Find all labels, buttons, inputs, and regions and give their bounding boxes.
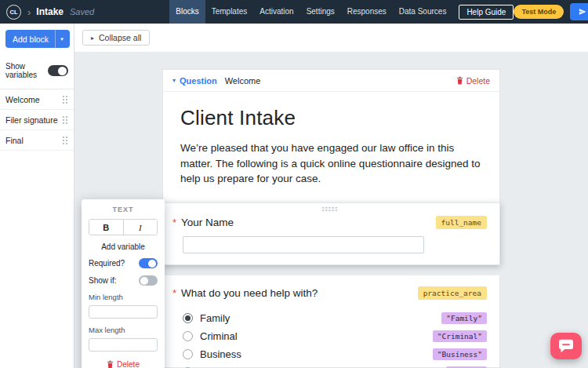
max-length-label: Max length (89, 326, 158, 334)
block-item-label: Filer signature (5, 115, 58, 125)
delete-field-button[interactable]: Delete (89, 360, 158, 368)
value-badge: "Criminal" (433, 330, 487, 342)
radio-option-list: Family "Family" Criminal "Criminal" Busi… (183, 309, 487, 368)
drag-handle-icon[interactable] (62, 136, 68, 145)
toggle-knob (58, 67, 67, 75)
variable-badge: full_name (436, 216, 487, 229)
saved-status: Saved (70, 7, 94, 16)
topbar-actions: Test Mode Run (514, 3, 588, 20)
toggle-knob (140, 277, 148, 285)
trash-icon (107, 360, 114, 368)
tab-blocks[interactable]: Blocks (169, 0, 205, 24)
block-gap (162, 265, 500, 275)
radio-option-family: Family "Family" (183, 309, 487, 327)
required-toggle[interactable] (139, 258, 158, 268)
delete-block-label: Delete (466, 76, 490, 86)
collapse-all-label: Collapse all (99, 33, 141, 42)
option-label: Business (200, 348, 241, 360)
max-length-input[interactable] (89, 338, 158, 352)
option-label: Criminal (200, 330, 238, 342)
delete-field-label: Delete (117, 360, 140, 368)
add-variable-button[interactable]: Add variable (89, 242, 158, 251)
paper-plane-icon (579, 8, 586, 16)
field-label-row: * What do you need help with? practice_a… (172, 286, 487, 300)
show-variables-row: Show variables (0, 62, 74, 79)
radio-button-selected[interactable] (183, 313, 193, 323)
italic-button[interactable]: I (124, 220, 158, 235)
tab-responses[interactable]: Responses (341, 0, 393, 24)
radio-option-business: Business "Business" (183, 345, 487, 363)
value-badge: "Business" (433, 348, 487, 360)
block-item-label: Welcome (5, 95, 40, 104)
help-guide-button[interactable]: Help Guide (459, 5, 514, 20)
field-label: What do you need help with? (181, 287, 318, 299)
panel-title: TEXT (89, 206, 158, 213)
block-item-label: Final (5, 136, 24, 145)
text-field-settings-panel: TEXT B I Add variable Required? Show if:… (82, 199, 165, 368)
top-nav: Blocks Templates Activation Settings Res… (169, 0, 514, 24)
tab-data-sources[interactable]: Data Sources (393, 0, 453, 24)
test-mode-button[interactable]: Test Mode (514, 5, 564, 19)
chevron-right-icon: › (27, 6, 31, 18)
field-label: Your Name (181, 217, 234, 228)
intro-paragraph: We’re pleased that you have engaged our … (180, 140, 481, 187)
block-list-item-welcome[interactable]: Welcome (0, 89, 74, 110)
caret-right-icon: ▸ (91, 35, 94, 42)
radio-option-criminal: Criminal "Criminal" (183, 327, 487, 345)
tab-settings[interactable]: Settings (300, 0, 341, 24)
variable-badge: practice_area (418, 286, 487, 300)
app-window: CL › Intake Saved Blocks Templates Activ… (0, 0, 588, 368)
your-name-input[interactable] (183, 236, 424, 253)
drag-handle-icon[interactable] (62, 115, 68, 125)
collapse-all-button[interactable]: ▸ Collapse all (82, 30, 150, 46)
chevron-down-icon: ▾ (56, 36, 68, 42)
required-marker: * (172, 287, 176, 299)
topbar: CL › Intake Saved Blocks Templates Activ… (0, 0, 588, 24)
radio-button[interactable] (183, 331, 193, 341)
canvas-toolbar (74, 24, 588, 52)
block-sidebar: Add block ▾ Show variables Welcome Filer… (0, 24, 74, 368)
option-label: Family (200, 312, 230, 324)
field-your-name[interactable]: * Your Name full_name (162, 202, 500, 265)
run-button[interactable]: Run (570, 3, 588, 20)
block-list-item-final[interactable]: Final (0, 130, 74, 151)
question-block-body: Client Intake We’re pleased that you hav… (163, 92, 499, 202)
show-if-toggle[interactable] (139, 275, 158, 286)
bold-button[interactable]: B (89, 220, 124, 235)
show-variables-toggle[interactable] (48, 65, 68, 76)
min-length-label: Min length (89, 293, 158, 301)
block-type-label[interactable]: Question (180, 76, 217, 86)
show-if-label: Show if: (89, 276, 117, 285)
app-logo[interactable]: CL (6, 5, 21, 20)
min-length-input[interactable] (89, 305, 158, 319)
radio-option-other: Other "Other" (183, 363, 487, 368)
delete-block-button[interactable]: Delete (456, 76, 490, 86)
show-variables-label: Show variables (5, 62, 48, 79)
value-badge: "Family" (441, 312, 487, 324)
tab-templates[interactable]: Templates (205, 0, 254, 24)
drag-handle-icon[interactable] (62, 95, 68, 104)
add-block-label: Add block (13, 35, 49, 44)
chat-launcher-button[interactable] (550, 333, 582, 359)
page-title: Client Intake (180, 106, 481, 130)
caret-down-icon[interactable]: ▾ (172, 77, 176, 84)
block-name-label[interactable]: Welcome (225, 76, 261, 86)
radio-button[interactable] (183, 349, 193, 359)
required-label: Required? (89, 259, 125, 268)
field-practice-area: * What do you need help with? practice_a… (162, 275, 500, 368)
add-block-button[interactable]: Add block ▾ (5, 30, 70, 48)
tab-activation[interactable]: Activation (253, 0, 299, 24)
app-logo-text: CL (10, 9, 18, 16)
format-button-group: B I (89, 219, 158, 235)
block-list: Welcome Filer signature Final (0, 89, 74, 151)
toggle-knob (148, 260, 156, 268)
show-if-row: Show if: (89, 275, 158, 286)
drag-grip-icon[interactable] (321, 206, 339, 212)
question-block-header: ▾ Question Welcome Delete (163, 70, 499, 92)
required-marker: * (172, 217, 176, 228)
trash-icon (456, 76, 463, 85)
question-block-top: ▾ Question Welcome Delete Client Intake … (162, 69, 500, 202)
block-list-item-filer-signature[interactable]: Filer signature (0, 110, 74, 130)
question-block-card: ▾ Question Welcome Delete Client Intake … (162, 69, 500, 368)
chat-bubble-icon (558, 339, 574, 353)
